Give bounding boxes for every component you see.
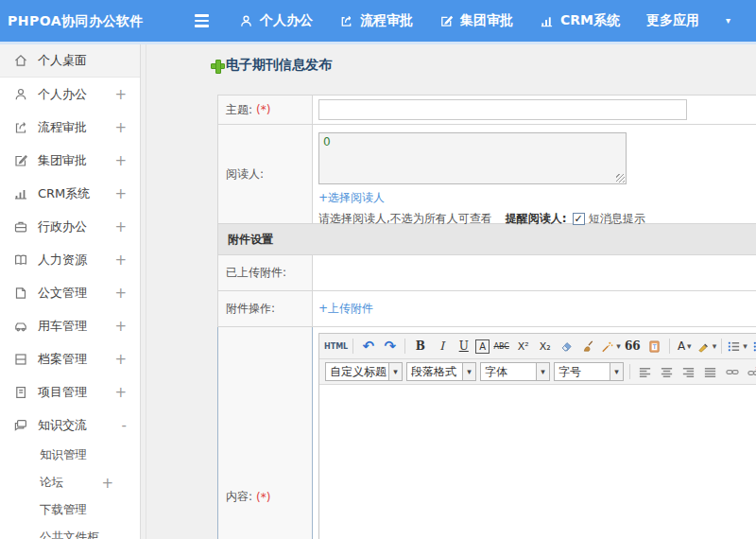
home-icon [13, 53, 28, 68]
align-left-icon[interactable] [635, 362, 655, 382]
expand-toggle[interactable]: + [114, 252, 127, 269]
sidebar-subitem-knowledge-management[interactable]: 知识管理 [0, 442, 140, 469]
paragraph-format-select[interactable]: 段落格式 ▾ [406, 362, 476, 381]
sidebar-item-personal-desktop[interactable]: 个人桌面 [0, 44, 140, 78]
collapse-toggle[interactable]: - [122, 417, 127, 434]
highlight-color-icon[interactable]: ▾ [696, 337, 717, 356]
readers-textarea[interactable]: 0 [318, 132, 627, 184]
notebook-icon [13, 385, 28, 400]
sidebar-scrollbar[interactable] [140, 42, 146, 539]
align-right-icon[interactable] [679, 362, 698, 382]
expand-toggle[interactable]: + [114, 86, 127, 103]
eraser-icon[interactable] [557, 337, 576, 356]
hamburger-menu-icon[interactable] [191, 10, 213, 31]
sidebar-subitem-public-file-cabinet[interactable]: 公共文件柜 [0, 524, 140, 539]
caret-down-icon: ▾ [610, 362, 624, 381]
app-logo: PHPOA协同办公软件 [8, 0, 144, 42]
toolbar-separator [629, 364, 630, 379]
content-label: 内容: (*) [218, 327, 313, 539]
flow-icon [13, 120, 28, 135]
label-text: 已上传附件: [226, 265, 286, 281]
undo-icon[interactable]: ↶ [358, 337, 378, 356]
select-value: 字体 [480, 362, 537, 381]
remove-link-icon[interactable] [744, 362, 756, 382]
subject-input[interactable] [318, 99, 687, 120]
html-source-button[interactable]: HTML [324, 337, 348, 356]
nav-more-apps[interactable]: 更多应用 [646, 12, 699, 29]
redo-icon[interactable]: ↷ [380, 337, 400, 356]
ordered-list-icon[interactable]: ▾ [727, 337, 747, 356]
add-icon [211, 60, 223, 72]
header-divider [0, 42, 756, 44]
sms-checkbox[interactable]: ✓ [573, 213, 585, 225]
nav-label: CRM系统 [560, 12, 620, 29]
italic-button[interactable]: I [432, 337, 452, 356]
font-family-select[interactable]: 字体 ▾ [480, 362, 550, 381]
expand-toggle[interactable]: + [114, 384, 127, 401]
bold-button[interactable]: B [410, 337, 430, 356]
align-justify-icon[interactable] [700, 362, 720, 382]
sidebar-item-admin-office[interactable]: 行政办公 + [0, 210, 140, 243]
flow-icon [339, 14, 353, 28]
sms-label: 短消息提示 [589, 211, 645, 227]
sidebar-item-doc-management[interactable]: 公文管理 + [0, 276, 140, 309]
editor-content-area[interactable] [319, 385, 756, 539]
sidebar-subitem-forum[interactable]: 论坛 + [0, 469, 140, 496]
nav-label: 个人办公 [260, 12, 313, 29]
top-navigation: 个人办公 流程审批 集团审批 CRM系统 更多应用 ▾ [191, 0, 730, 42]
nav-workflow-approval[interactable]: 流程审批 [339, 12, 413, 29]
superscript-button[interactable]: X² [513, 337, 533, 356]
sidebar-item-workflow-approval[interactable]: 流程审批 + [0, 111, 140, 144]
expand-toggle[interactable]: + [114, 185, 127, 202]
expand-toggle[interactable]: + [101, 475, 113, 492]
unordered-list-icon[interactable] [749, 337, 756, 356]
caret-down-icon: ▾ [389, 362, 403, 381]
paste-text-icon[interactable]: T [644, 337, 664, 356]
strikethrough-button[interactable]: ABC [491, 337, 511, 356]
editor-toolbar-row2: 自定义标题 ▾ 段落格式 ▾ 字体 ▾ 字号 ▾ [319, 359, 756, 385]
insert-link-icon[interactable] [722, 362, 742, 382]
expand-toggle[interactable]: + [114, 152, 127, 169]
select-value: 段落格式 [406, 362, 463, 381]
nav-label: 流程审批 [360, 12, 413, 29]
sidebar-item-hr[interactable]: 人力资源 + [0, 243, 140, 276]
expand-toggle[interactable]: + [114, 285, 127, 302]
sidebar-item-crm[interactable]: CRM系统 + [0, 177, 140, 210]
more-apps-dropdown[interactable]: ▾ [726, 16, 730, 26]
font-color-button[interactable]: A▾ [675, 337, 695, 356]
sidebar-item-personal-office[interactable]: 个人办公 + [0, 78, 140, 111]
align-center-icon[interactable] [657, 362, 677, 382]
label-text: 附件操作: [226, 301, 275, 317]
blockquote-button[interactable]: 66 [623, 337, 643, 356]
sidebar-item-vehicle[interactable]: 用车管理 + [0, 309, 140, 342]
custom-heading-select[interactable]: 自定义标题 ▾ [325, 362, 403, 381]
choose-readers-link[interactable]: +选择阅读人 [318, 190, 385, 206]
sidebar-item-group-approval[interactable]: 集团审批 + [0, 144, 140, 177]
subscript-button[interactable]: X₂ [535, 337, 555, 356]
nav-crm-system[interactable]: CRM系统 [540, 12, 620, 29]
sidebar-subitem-download-management[interactable]: 下载管理 [0, 496, 140, 524]
expand-toggle[interactable]: + [114, 351, 127, 368]
magic-format-icon[interactable]: ▾ [600, 337, 621, 356]
expand-toggle[interactable]: + [114, 218, 127, 235]
resize-handle-icon[interactable] [616, 174, 625, 183]
font-style-button[interactable]: A [475, 339, 490, 354]
caret-down-icon: ▾ [687, 341, 692, 351]
sidebar-item-knowledge-exchange[interactable]: 知识交流 - [0, 409, 140, 442]
sidebar: 个人桌面 个人办公 + 流程审批 + 集团审批 + CRM系统 + 行政办公 +… [0, 44, 140, 539]
nav-group-approval[interactable]: 集团审批 [439, 12, 513, 29]
sidebar-item-project[interactable]: 项目管理 + [0, 375, 140, 409]
format-brush-icon[interactable] [578, 337, 598, 356]
upload-attachment-link[interactable]: +上传附件 [318, 301, 373, 317]
sidebar-sublabel: 知识管理 [40, 447, 140, 463]
attachment-section-header: 附件设置 [217, 224, 756, 255]
font-size-select[interactable]: 字号 ▾ [554, 362, 624, 381]
sidebar-item-archive[interactable]: 档案管理 + [0, 342, 140, 375]
label-text: 主题: [226, 102, 252, 118]
nav-personal-office[interactable]: 个人办公 [239, 12, 313, 29]
expand-toggle[interactable]: + [114, 119, 127, 136]
user-icon [13, 87, 28, 102]
readers-note: 请选择阅读人,不选为所有人可查看 提醒阅读人: ✓ 短消息提示 [318, 211, 756, 227]
underline-button[interactable]: U [454, 337, 473, 356]
expand-toggle[interactable]: + [114, 318, 127, 335]
